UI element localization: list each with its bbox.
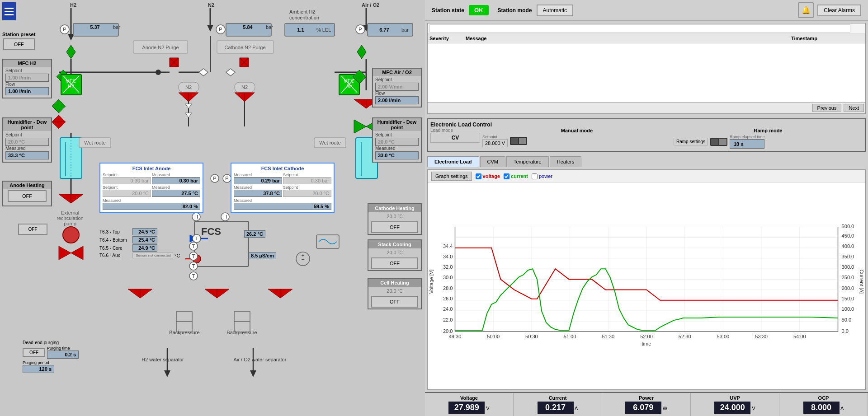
right-panel: Station state OK Station mode Automatic … — [425, 0, 868, 416]
svg-text:Wet route: Wet route — [84, 140, 106, 145]
svg-text:H2: H2 — [70, 2, 76, 8]
fcs-anode-measured-label2: Measured — [152, 185, 200, 190]
fcs-cathode-measured-label1: Measured — [234, 173, 282, 177]
uvp-metric: UVP 24.000 V — [691, 393, 779, 416]
alarms-search-input[interactable] — [429, 24, 850, 33]
svg-text:P: P — [225, 176, 228, 181]
stack-cooling-off-btn[interactable]: OFF — [371, 257, 418, 269]
menu-button[interactable] — [2, 2, 16, 20]
dead-end-off-btn[interactable]: OFF — [23, 348, 45, 357]
svg-text:Cathode N2 Purge: Cathode N2 Purge — [224, 45, 265, 50]
power-label: power — [539, 173, 552, 179]
svg-text:450.0: 450.0 — [842, 233, 854, 238]
voltage-checkbox-label[interactable]: voltage — [476, 173, 500, 179]
humidifier-right-setpoint-value: 20.0 °C — [375, 138, 419, 146]
fcs-temp-box: 26.2 °C — [244, 230, 265, 238]
cathode-heating-off-btn[interactable]: OFF — [371, 221, 418, 233]
cell-heating-box: Cell Heating 20.0 °C OFF — [368, 278, 422, 309]
bell-icon[interactable]: 🔔 — [798, 2, 814, 18]
t63-value: 24.5 °C — [132, 228, 157, 235]
elc-ramp-mode-label: Ramp mode — [674, 128, 863, 133]
svg-text:51:30: 51:30 — [602, 334, 614, 339]
elc-load-mode-col: Load mode CV — [430, 128, 480, 143]
clear-alarms-btn[interactable]: Clear Alarms — [817, 5, 861, 16]
ramp-settings-btn[interactable]: Ramp settings — [674, 138, 708, 145]
ocp-metric-value: 8.000 — [803, 402, 840, 414]
mfc-air-setpoint-label: Setpoint — [375, 77, 419, 82]
alarms-timestamp-col: Timestamp — [791, 36, 863, 41]
ocp-metric-label: OCP — [784, 395, 863, 401]
purging-period-label: Purging period — [23, 360, 79, 365]
svg-text:300.0: 300.0 — [842, 264, 854, 270]
elc-ramp-mode-col: Ramp mode Ramp settings Ramp elapsed tim… — [674, 128, 863, 149]
elc-manual-mode-label: Manual mode — [482, 128, 671, 133]
current-checkbox[interactable] — [504, 173, 509, 179]
svg-text:5.84: 5.84 — [243, 24, 253, 30]
fcs-cathode-title: FCS Inlet Cathode — [234, 166, 331, 171]
svg-text:500.0: 500.0 — [842, 224, 854, 229]
tab-temperature[interactable]: Temperature — [506, 156, 549, 167]
tab-electronic-load[interactable]: Electronic Load — [427, 156, 479, 167]
alarms-prev-btn[interactable]: Previous — [812, 104, 842, 112]
temperature-readings: T6.3 - Top 24.5 °C T6.4 - Bottom 25.4 °C… — [99, 228, 190, 259]
ext-recirc-off: OFF — [18, 224, 47, 235]
temp-row-t65: T6.5 - Core 24.9 °C — [99, 244, 190, 252]
svg-text:External: External — [61, 210, 79, 215]
station-preset: Station preset OFF — [2, 32, 35, 50]
svg-text:28.0: 28.0 — [443, 285, 453, 291]
ext-recirc-off-btn[interactable]: OFF — [18, 224, 47, 235]
power-checkbox[interactable] — [532, 173, 538, 179]
svg-text:concentration: concentration — [289, 15, 319, 20]
svg-text:30.0: 30.0 — [443, 275, 453, 280]
graph-settings-btn[interactable]: Graph settings — [431, 172, 472, 181]
graph-section: Graph settings voltage current power — [427, 169, 866, 390]
station-mode-btn[interactable]: Automatic — [537, 5, 573, 16]
svg-text:T: T — [192, 273, 195, 279]
stack-cooling-box: Stack Cooling 20.0 °C OFF — [368, 239, 422, 271]
metrics-bar: Voltage 27.989 V Current 0.217 A Power 6… — [425, 392, 868, 416]
fcs-anode-temp-m: 27.5 °C — [152, 190, 200, 197]
svg-text:24.0: 24.0 — [443, 306, 453, 312]
cathode-heating-box: Cathode Heating 20.0 °C OFF — [368, 203, 422, 235]
svg-text:recirculation: recirculation — [57, 215, 83, 221]
station-state-section: Station state OK Station mode Automatic … — [425, 0, 868, 21]
alarms-next-btn[interactable]: Next — [844, 104, 864, 112]
cell-heating-off-btn[interactable]: OFF — [371, 296, 418, 308]
mfc-h2-box: MFC H2 Setpoint 1.00 l/min Flow 1.00 l/m… — [2, 59, 52, 98]
svg-text:N2: N2 — [208, 2, 214, 8]
t65-label: T6.5 - Core — [99, 246, 131, 251]
svg-text:−: − — [302, 257, 304, 262]
fcs-cathode-setpoint-label1: Setpoint — [283, 173, 331, 177]
voltage-metric-unit: V — [486, 406, 489, 411]
humidifier-right-setpoint-label: Setpoint — [375, 132, 419, 137]
fcs-anode-setpoint-label1: Setpoint — [103, 173, 151, 177]
svg-text:H: H — [194, 214, 198, 220]
current-checkbox-label[interactable]: current — [504, 173, 528, 179]
purging-time-value: 0.2 s — [47, 351, 79, 359]
tab-cvm[interactable]: CVM — [480, 156, 505, 167]
conductivity-value: 8.5 µS/cm — [249, 252, 276, 259]
svg-text:pump: pump — [64, 221, 76, 226]
voltage-metric: Voltage 27.989 V — [425, 393, 514, 416]
cell-heating-setpoint: 20.0 °C — [368, 287, 421, 295]
power-checkbox-label[interactable]: power — [532, 173, 552, 179]
station-preset-off-btn[interactable]: OFF — [3, 38, 35, 50]
elc-toggle-manual[interactable] — [510, 137, 527, 145]
voltage-checkbox[interactable] — [476, 173, 481, 179]
anode-heating-off-btn[interactable]: OFF — [8, 190, 47, 202]
svg-text:0.0: 0.0 — [842, 328, 849, 334]
elc-toggle-ramp[interactable] — [710, 138, 727, 146]
temp-row-t63: T6.3 - Top 24.5 °C — [99, 228, 190, 235]
ramp-elapsed-value: 10 s — [730, 139, 765, 149]
power-metric-value: 6.079 — [625, 402, 661, 414]
svg-text:1.1: 1.1 — [297, 27, 304, 33]
tab-heaters[interactable]: Heaters — [550, 156, 582, 167]
humidifier-right-title: Humidifier - Dew point — [373, 118, 421, 131]
power-metric-label: Power — [607, 395, 686, 401]
svg-text:T: T — [192, 243, 195, 249]
anode-heating-box: Anode Heating OFF — [2, 181, 52, 206]
mfc-air-flow-value: 2.00 l/min — [375, 96, 419, 104]
svg-text:26.0: 26.0 — [443, 296, 453, 301]
mfc-h2-title: MFC H2 — [3, 60, 51, 67]
temp-row-t64: T6.4 - Bottom 25.4 °C — [99, 236, 190, 243]
